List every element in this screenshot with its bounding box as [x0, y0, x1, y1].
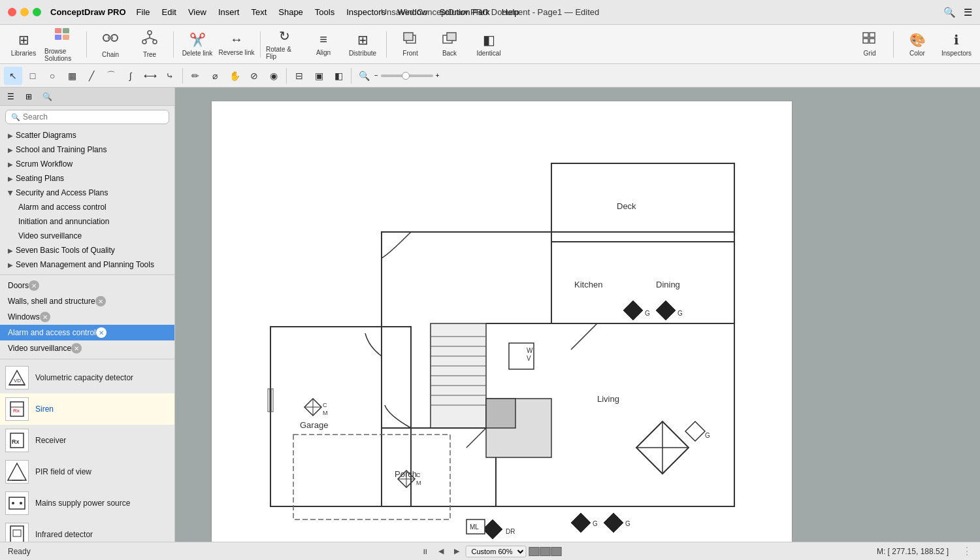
grid-button[interactable]: Grid: [851, 27, 888, 62]
eraser-tool[interactable]: ⌀: [206, 67, 224, 85]
page-tab-3[interactable]: [551, 547, 562, 556]
active-lib-doors[interactable]: Doors ✕: [0, 278, 174, 293]
sidebar-item-seven-mgmt[interactable]: ▶ Seven Management and Planning Tools: [0, 257, 174, 272]
zoom-slider[interactable]: − +: [374, 72, 440, 79]
menu-file[interactable]: File: [131, 6, 155, 18]
reverse-link-button[interactable]: ↔ Reverse link: [218, 27, 255, 62]
remove-windows-btn[interactable]: ✕: [40, 312, 50, 322]
align-button[interactable]: ≡ Align: [305, 27, 342, 62]
menu-tools[interactable]: Tools: [310, 6, 340, 18]
fit-page-tool[interactable]: ▣: [310, 67, 328, 85]
smartdraw-tool[interactable]: ⤷: [161, 67, 179, 85]
sidebar-item-school[interactable]: ▶ School and Training Plans: [0, 142, 174, 157]
distribute-button[interactable]: ⊞ Distribute: [344, 27, 381, 62]
menu-text[interactable]: Text: [246, 6, 272, 18]
canvas-area[interactable]: Deck Kitchen Dining Garage Living Porch …: [175, 88, 980, 542]
identical-button[interactable]: ◧ Identical: [470, 27, 507, 62]
search-input[interactable]: [23, 112, 163, 122]
fullscreen-button[interactable]: [33, 8, 41, 16]
sidebar-item-seven-basic[interactable]: ▶ Seven Basic Tools of Quality: [0, 243, 174, 257]
sidebar-item-scrum[interactable]: ▶ Scrum Workflow: [0, 157, 174, 171]
sidebar-list-view[interactable]: ☰: [3, 89, 18, 105]
menu-edit[interactable]: Edit: [157, 6, 182, 18]
libraries-button[interactable]: ⊞ Libraries: [5, 27, 42, 62]
traffic-lights: [0, 8, 41, 16]
remove-doors-btn[interactable]: ✕: [29, 280, 39, 291]
fit-width-tool[interactable]: ◧: [329, 67, 348, 85]
rect-tool[interactable]: □: [24, 67, 42, 85]
menu-insert[interactable]: Insert: [213, 6, 245, 18]
line-tool[interactable]: ╱: [82, 67, 101, 85]
svg-rect-3: [63, 35, 69, 40]
sidebar-item-scatter[interactable]: ▶ Scatter Diagrams: [0, 128, 174, 142]
connector-tool[interactable]: ⟷: [141, 67, 159, 85]
page-controls[interactable]: ⏸ ◀ ▶ Custom 60% 50% 75% 100%: [419, 545, 562, 558]
color-button[interactable]: 🎨 Color: [899, 27, 936, 62]
active-lib-alarm[interactable]: Alarm and access control ✕: [0, 325, 174, 340]
pencil-tool[interactable]: ✏: [186, 67, 204, 85]
delete-link-button[interactable]: ✂️ Delete link: [179, 27, 216, 62]
active-lib-video-surv[interactable]: Video surveillance ✕: [0, 340, 174, 356]
svg-marker-78: [483, 519, 502, 539]
spotlight-icon[interactable]: 🔍: [943, 7, 956, 18]
chain-button[interactable]: Chain: [92, 27, 129, 62]
rotate-flip-button[interactable]: ↻ Rotate & Flip: [266, 27, 302, 62]
svg-marker-65: [623, 301, 643, 320]
lib-item-siren[interactable]: Rx Siren: [0, 393, 174, 425]
sidebar-item-alarm[interactable]: Alarm and access control: [0, 200, 174, 214]
tree-button[interactable]: Tree: [131, 27, 168, 62]
sidebar-item-security[interactable]: ▶ Security and Access Plans: [0, 186, 174, 200]
arc-tool[interactable]: ⌒: [102, 67, 120, 85]
hand-tool[interactable]: ✋: [225, 67, 244, 85]
sidebar-child-label: Alarm and access control: [18, 203, 106, 212]
remove-video-btn[interactable]: ✕: [71, 343, 82, 354]
prev-btn[interactable]: ◀: [434, 545, 448, 558]
active-lib-windows[interactable]: Windows ✕: [0, 309, 174, 325]
sidebar-grid-view[interactable]: ⊞: [21, 89, 37, 105]
notification-icon[interactable]: ☰: [964, 7, 972, 18]
svg-rect-34: [10, 526, 24, 542]
zoom-thumb[interactable]: [402, 72, 410, 80]
page-tab-2[interactable]: [540, 547, 551, 556]
zoom-track[interactable]: [381, 74, 433, 77]
lib-item-infrared[interactable]: Infrared detector: [0, 519, 174, 542]
ellipse-tool[interactable]: ○: [43, 67, 61, 85]
menu-shape[interactable]: Shape: [273, 6, 308, 18]
search-box[interactable]: 🔍: [5, 110, 169, 124]
front-button[interactable]: Front: [392, 27, 429, 62]
lib-item-vcd[interactable]: VD Volumetric capacity detector: [0, 362, 174, 393]
remove-alarm-btn[interactable]: ✕: [96, 327, 106, 338]
svg-marker-67: [656, 301, 676, 320]
canvas-paper: Deck Kitchen Dining Garage Living Porch …: [211, 101, 792, 542]
lib-item-pir[interactable]: PIR field of view: [0, 456, 174, 487]
svg-rect-17: [863, 33, 868, 37]
tb-sep4: [386, 31, 387, 58]
select-tool[interactable]: ↖: [4, 67, 22, 85]
sidebar-item-seating[interactable]: ▶ Seating Plans: [0, 171, 174, 186]
sidebar-item-initiation[interactable]: Initiation and annunciation: [0, 214, 174, 229]
sidebar-search-btn[interactable]: 🔍: [39, 89, 55, 105]
close-button[interactable]: [8, 8, 16, 16]
zoom-selector[interactable]: Custom 60% 50% 75% 100%: [466, 546, 527, 557]
paint-tool[interactable]: ◉: [265, 67, 283, 85]
remove-walls-btn[interactable]: ✕: [95, 296, 106, 306]
pause-btn[interactable]: ⏸: [419, 545, 432, 558]
sidebar-item-video[interactable]: Video surveillance: [0, 229, 174, 243]
next-btn[interactable]: ▶: [450, 545, 463, 558]
back-button[interactable]: Back: [431, 27, 468, 62]
bezier-tool[interactable]: ∫: [122, 67, 140, 85]
zoom-fit-tool[interactable]: ⊟: [290, 67, 308, 85]
fill-tool[interactable]: ⊘: [245, 67, 263, 85]
lib-item-receiver[interactable]: Rx Receiver: [0, 425, 174, 456]
lib-item-mains[interactable]: Mains supply power source: [0, 487, 174, 519]
coordinates-display: M: [ 277.15, 188.52 ]: [877, 547, 949, 556]
browse-solutions-button[interactable]: Browse Solutions: [44, 27, 81, 62]
zoom-out-btn[interactable]: 🔍: [355, 67, 373, 85]
svg-rect-18: [870, 33, 875, 37]
active-lib-walls[interactable]: Walls, shell and structure ✕: [0, 293, 174, 309]
inspectors-button[interactable]: ℹ Inspectors: [938, 27, 975, 62]
minimize-button[interactable]: [20, 8, 29, 16]
table-tool[interactable]: ▦: [63, 67, 81, 85]
page-tab-1[interactable]: [529, 547, 540, 556]
menu-view[interactable]: View: [183, 6, 212, 18]
